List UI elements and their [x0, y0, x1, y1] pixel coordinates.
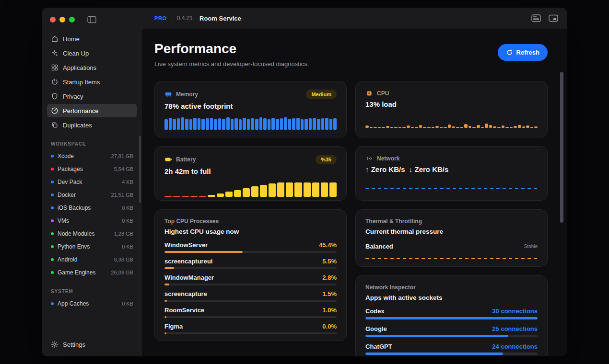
sidebar-item-dev-pack[interactable]: Dev Pack 4 KB	[47, 176, 137, 188]
sidebar-item-home[interactable]: Home	[47, 32, 137, 46]
process-name: WindowManager	[164, 274, 214, 281]
right-column: CPU 13% load Network ↑ Zero KB/s ↓ Zero …	[355, 81, 548, 356]
cpu-card: CPU 13% load	[355, 81, 548, 137]
thermal-subtitle: Current thermal pressure	[365, 228, 538, 235]
sidebar-item-applications[interactable]: Applications	[47, 61, 137, 74]
memory-card: Memory Medium 78% active footprint	[154, 81, 347, 137]
sidebar-item-clean-up[interactable]: Clean Up	[47, 46, 137, 60]
page-title: Performance	[154, 41, 309, 57]
sidebar-item-duplicates[interactable]: Duplicates	[47, 118, 137, 132]
workspace-item-size: 4 KB	[122, 179, 133, 185]
sidebar-item-startup-items[interactable]: Startup Items	[47, 75, 137, 89]
workspace-item-label: Android	[58, 256, 77, 263]
sidebar-item-label: Performance	[63, 107, 98, 114]
close-window-button[interactable]	[50, 17, 56, 23]
network-label: Network	[377, 155, 399, 162]
color-dot-icon	[51, 206, 54, 209]
pro-badge: PRO	[154, 15, 167, 21]
connection-row-chatgpt: ChatGPT 24 connections	[365, 343, 538, 355]
sidebar-item-ios-backups[interactable]: iOS Backups 0 KB	[47, 202, 137, 214]
sidebar-item-xcode[interactable]: Xcode 27,81 GB	[47, 150, 137, 162]
color-dot-icon	[51, 302, 54, 305]
sidebar-toggle-icon[interactable]	[87, 16, 96, 23]
refresh-button[interactable]: Refresh	[498, 44, 548, 61]
sidebar-item-settings[interactable]: Settings	[42, 334, 142, 356]
sidebar-item-python-envs[interactable]: Python Envs 0 KB	[47, 240, 137, 253]
connection-count: 25 connections	[492, 325, 538, 332]
process-row-screencaptureui: screencaptureui 5.5%	[164, 258, 337, 269]
startup-icon	[51, 78, 59, 86]
network-card: Network ↑ Zero KB/s ↓ Zero KB/s	[355, 146, 548, 201]
sidebar-item-performance[interactable]: Performance	[47, 104, 137, 117]
minimize-window-button[interactable]	[59, 17, 65, 23]
sidebar-item-privacy[interactable]: Privacy	[47, 90, 137, 103]
titlebar	[42, 8, 142, 28]
battery-bar-chart	[164, 182, 337, 197]
sidebar-item-app-caches[interactable]: App Caches 0 KB	[47, 297, 137, 310]
workspace-item-size: 5,54 GB	[114, 166, 133, 172]
thermal-label: Thermal & Throttling	[365, 218, 538, 225]
processes-label: Top CPU Processes	[164, 218, 337, 225]
app-version: 0.4.21	[177, 15, 193, 22]
sidebar-nav: Home Clean Up Applications Startup Items…	[42, 28, 142, 132]
process-name: screencaptureui	[164, 258, 212, 265]
sidebar-section-title: SYSTEM	[42, 279, 142, 297]
cards-grid: Memory Medium 78% active footprint Batte…	[154, 81, 548, 356]
workspace-item-size: 6,36 GB	[114, 257, 133, 262]
sidebar-item-docker[interactable]: Docker 21,51 GB	[47, 189, 137, 201]
process-cpu-value: 1.5%	[322, 290, 337, 297]
display-icon[interactable]	[549, 14, 558, 22]
topbar: PRO 0.4.21 Room Service	[142, 8, 567, 29]
sidebar-item-label: Startup Items	[63, 79, 100, 86]
sidebar-item-node-modules[interactable]: Node Modules 1,28 GB	[47, 228, 137, 240]
sidebar-item-label: Privacy	[63, 93, 83, 100]
workspace-item-size: 0 KB	[122, 301, 133, 307]
topbar-divider	[172, 15, 172, 22]
memory-value: 78% active footprint	[164, 102, 337, 110]
sidebar-item-label: Duplicates	[63, 122, 92, 129]
connection-usage-bar	[365, 335, 538, 337]
main-scrollbar[interactable]	[560, 72, 563, 223]
color-dot-icon	[51, 155, 54, 158]
network-sparkline	[365, 188, 538, 189]
process-row-roomservice: RoomService 1.0%	[164, 307, 337, 318]
battery-label: Battery	[176, 156, 196, 163]
sidebar-item-android[interactable]: Android 6,36 GB	[47, 253, 137, 266]
sidebar-scrollbar[interactable]	[139, 136, 141, 203]
process-usage-bar	[164, 300, 337, 302]
workspace-item-label: Node Modules	[58, 230, 94, 237]
process-row-figma: Figma 0.0%	[164, 323, 337, 334]
sidebar-item-packages[interactable]: Packages 5,54 GB	[47, 163, 137, 175]
page-subtitle: Live system metrics and developer-focuse…	[154, 60, 309, 68]
topbar-actions	[531, 14, 558, 22]
color-dot-icon	[51, 193, 54, 196]
privacy-icon	[51, 92, 59, 100]
process-usage-bar	[164, 251, 337, 253]
inspector-label: Network Inspector	[365, 284, 538, 291]
process-name: WindowServer	[164, 241, 208, 249]
home-icon	[51, 35, 59, 43]
process-row-screencapture: screencapture 1.5%	[164, 290, 337, 302]
process-row-windowmanager: WindowManager 2.8%	[164, 274, 337, 285]
workspace-item-label: Python Envs	[58, 243, 90, 250]
process-name: screencapture	[164, 290, 207, 297]
workspace-item-label: iOS Backups	[58, 205, 91, 211]
reader-icon[interactable]	[531, 14, 541, 22]
top-cpu-processes-card: Top CPU Processes Highest CPU usage now …	[154, 209, 347, 341]
workspace-item-size: 27,81 GB	[111, 153, 133, 159]
network-inspector-card: Network Inspector Apps with active socke…	[355, 275, 548, 356]
traffic-lights	[50, 17, 75, 23]
color-dot-icon	[51, 232, 54, 235]
color-dot-icon	[51, 181, 54, 183]
sidebar-item-game-engines[interactable]: Game Engines 26,09 GB	[47, 266, 137, 279]
inspector-subtitle: Apps with active sockets	[365, 294, 538, 301]
zoom-window-button[interactable]	[69, 17, 75, 23]
process-usage-bar	[164, 267, 337, 269]
color-dot-icon	[51, 258, 54, 261]
cpu-label: CPU	[377, 90, 389, 97]
battery-card: Battery %35 2h 42m to full	[154, 146, 347, 201]
left-column: Memory Medium 78% active footprint Batte…	[154, 81, 347, 356]
workspace-item-size: 0 KB	[122, 205, 133, 211]
sidebar-item-vms[interactable]: VMs 0 KB	[47, 215, 137, 227]
color-dot-icon	[51, 271, 54, 274]
